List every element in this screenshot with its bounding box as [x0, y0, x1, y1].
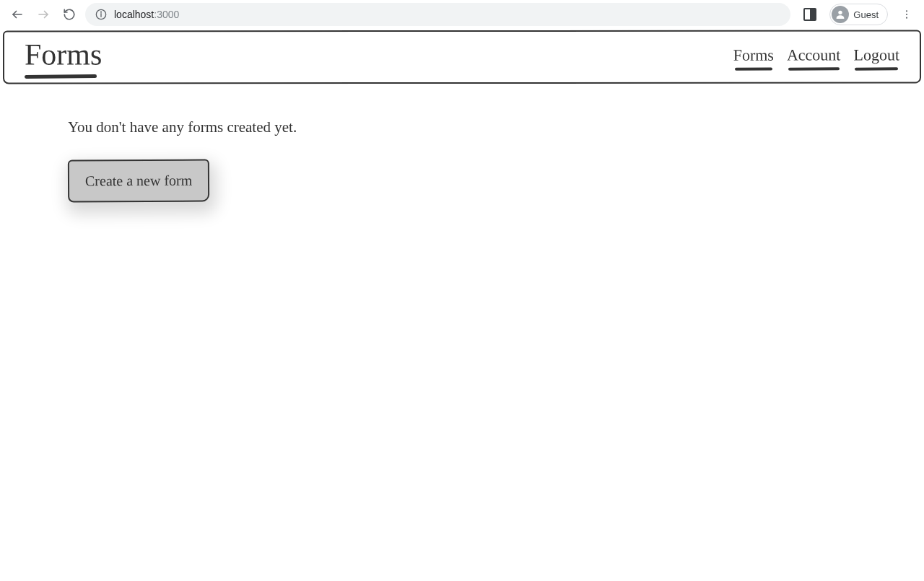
profile-label: Guest [853, 9, 879, 20]
arrow-right-icon [37, 8, 50, 21]
nav-link-forms[interactable]: Forms [733, 46, 774, 69]
svg-point-8 [906, 17, 907, 19]
address-bar[interactable]: localhost:3000 [85, 3, 790, 26]
profile-button[interactable]: Guest [829, 4, 888, 25]
arrow-left-icon [11, 8, 24, 21]
svg-point-4 [101, 12, 102, 12]
create-form-button[interactable]: Create a new form [68, 160, 210, 203]
app-title: Forms [25, 38, 102, 78]
reload-button[interactable] [59, 4, 79, 25]
empty-state-message: You don't have any forms created yet. [68, 118, 856, 136]
svg-point-7 [906, 14, 907, 15]
back-button[interactable] [7, 4, 27, 25]
browser-menu-button[interactable] [897, 4, 917, 25]
nav-links: Forms Account Logout [733, 46, 899, 69]
kebab-icon [901, 9, 912, 20]
main-content: You don't have any forms created yet. Cr… [3, 84, 921, 237]
url-port: :3000 [154, 9, 179, 20]
svg-point-5 [839, 11, 842, 14]
avatar-icon [832, 6, 849, 23]
forward-button[interactable] [33, 4, 53, 25]
url-host: localhost [114, 9, 154, 20]
url-text: localhost:3000 [114, 9, 179, 20]
site-info-icon[interactable] [95, 9, 107, 20]
svg-point-6 [906, 10, 907, 12]
app-header: Forms Forms Account Logout [3, 30, 921, 84]
nav-link-account[interactable]: Account [787, 46, 841, 69]
side-panel-icon[interactable] [803, 8, 816, 21]
browser-toolbar: localhost:3000 Guest [0, 0, 924, 29]
reload-icon [63, 8, 76, 21]
nav-link-logout[interactable]: Logout [853, 46, 899, 69]
